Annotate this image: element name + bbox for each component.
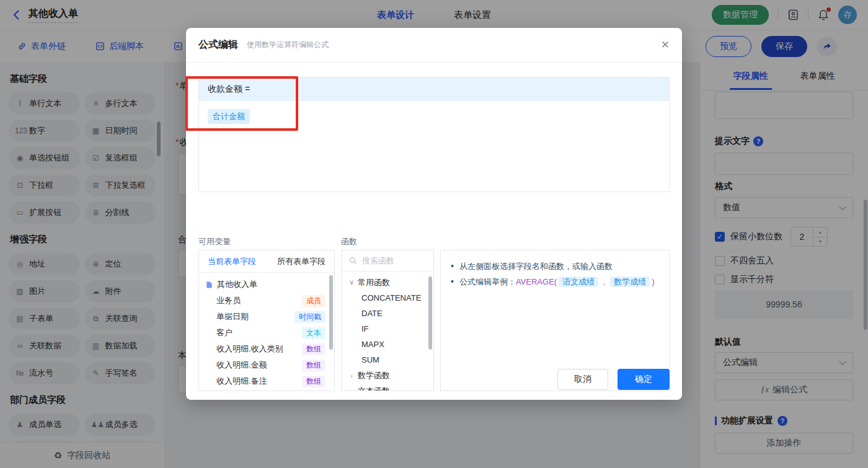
cancel-button[interactable]: 取消 xyxy=(557,369,608,390)
document-icon xyxy=(205,281,213,289)
modal-header: 公式编辑 使用数学运算符编辑公式 ✕ xyxy=(186,28,682,63)
variable-type-badge: 时间戳 xyxy=(294,311,326,323)
variable-type-badge: 成员 xyxy=(302,295,326,307)
modal-body: 收款金额 = 合计金额 可用变量 函数 当前表单字段 所有表单字段 其他收入单 xyxy=(186,63,682,400)
formula-expression[interactable]: 合计金额 xyxy=(199,101,669,132)
variable-row[interactable]: 业务员成员 xyxy=(199,293,334,309)
function-search-placeholder: 搜索函数 xyxy=(362,255,394,267)
tab-current-form-fields[interactable]: 当前表单字段 xyxy=(208,256,256,267)
variable-row[interactable]: 收入明细.金额数组 xyxy=(199,357,334,373)
function-item[interactable]: MAPX xyxy=(345,337,433,352)
function-group-label: 文本函数 xyxy=(358,386,390,392)
functions-scrollbar[interactable] xyxy=(428,276,432,350)
formula-field-chip[interactable]: 合计金额 xyxy=(208,109,250,124)
variables-tree: 其他收入单 业务员成员单据日期时间戳客户文本收入明细.收入类别数组收入明细.金额… xyxy=(199,273,334,391)
variable-name: 收入明细.收入类别 xyxy=(216,343,302,355)
function-item[interactable]: SUM xyxy=(345,352,433,368)
function-item[interactable]: CONCATENATE xyxy=(345,290,433,306)
functions-tree: ∨常用函数CONCATENATEDATEIFMAPXSUM›数学函数›文本函数 xyxy=(342,272,433,391)
modal-subtitle: 使用数学运算符编辑公式 xyxy=(247,40,329,50)
caret-right-icon: › xyxy=(345,372,358,379)
function-group-label: 数学函数 xyxy=(358,370,390,381)
bullet-icon: • xyxy=(451,258,454,274)
function-item[interactable]: DATE xyxy=(345,306,433,321)
modal-title: 公式编辑 xyxy=(198,38,238,51)
variable-type-badge: 文本 xyxy=(302,327,326,339)
confirm-button[interactable]: 确定 xyxy=(618,369,670,390)
variable-name: 单据日期 xyxy=(216,311,294,322)
formula-target: 收款金额 = xyxy=(199,77,669,101)
search-icon xyxy=(349,257,357,265)
functions-panel: 搜索函数 ∨常用函数CONCATENATEDATEIFMAPXSUM›数学函数›… xyxy=(341,250,434,391)
function-group-label: 常用函数 xyxy=(358,277,390,288)
variables-root-label: 其他收入单 xyxy=(217,279,257,290)
variable-row[interactable]: 收入明细.收入类别数组 xyxy=(199,341,334,357)
variable-row[interactable]: 收入明细.备注数组 xyxy=(199,373,334,389)
variable-name: 客户 xyxy=(216,327,302,338)
variable-name: 收入明细.备注 xyxy=(216,376,302,387)
example-arg-chip: 数学成绩 xyxy=(610,276,650,287)
functions-label: 函数 xyxy=(341,236,357,247)
variable-row[interactable]: 客户文本 xyxy=(199,325,334,341)
bullet-icon: • xyxy=(451,274,454,289)
variables-tree-root[interactable]: 其他收入单 xyxy=(199,276,334,293)
formula-editor[interactable]: 收款金额 = 合计金额 xyxy=(198,77,670,192)
variables-tabs: 当前表单字段 所有表单字段 xyxy=(199,250,334,273)
app-root: 其他收入单 表单设计 表单设置 数据管理 存 表单外链 xyxy=(0,0,868,468)
variable-type-badge: 数组 xyxy=(302,376,326,387)
variables-label: 可用变量 xyxy=(198,236,231,247)
close-icon[interactable]: ✕ xyxy=(661,40,670,50)
caret-right-icon: › xyxy=(345,387,358,392)
variable-name: 业务员 xyxy=(216,295,302,306)
tip-line-2: • 公式编辑举例：AVERAGE(语文成绩，数学成绩) xyxy=(451,274,659,289)
variable-name: 收入明细.金额 xyxy=(216,360,302,371)
function-group[interactable]: ›数学函数 xyxy=(345,368,433,383)
caret-down-icon: ∨ xyxy=(345,278,358,286)
variables-rows: 业务员成员单据日期时间戳客户文本收入明细.收入类别数组收入明细.金额数组收入明细… xyxy=(199,293,334,389)
tip-line-1: • 从左侧面板选择字段名和函数，或输入函数 xyxy=(451,258,659,274)
variables-scrollbar[interactable] xyxy=(329,275,333,350)
modal-footer: 取消 确定 xyxy=(557,369,670,390)
variable-type-badge: 数组 xyxy=(302,360,326,371)
function-item[interactable]: IF xyxy=(345,321,433,337)
function-search[interactable]: 搜索函数 xyxy=(342,250,433,272)
variable-row[interactable]: 单据日期时间戳 xyxy=(199,309,334,325)
example-function-name: AVERAGE( xyxy=(516,277,557,286)
variables-panel: 当前表单字段 所有表单字段 其他收入单 业务员成员单据日期时间戳客户文本收入明细… xyxy=(198,250,335,391)
example-arg-chip: 语文成绩 xyxy=(559,276,598,287)
tab-all-form-fields[interactable]: 所有表单字段 xyxy=(277,256,326,267)
function-group[interactable]: ∨常用函数 xyxy=(345,275,433,290)
variable-type-badge: 数组 xyxy=(302,343,326,355)
formula-edit-modal: 公式编辑 使用数学运算符编辑公式 ✕ 收款金额 = 合计金额 可用变量 函数 当… xyxy=(186,28,682,400)
function-group[interactable]: ›文本函数 xyxy=(345,383,433,391)
